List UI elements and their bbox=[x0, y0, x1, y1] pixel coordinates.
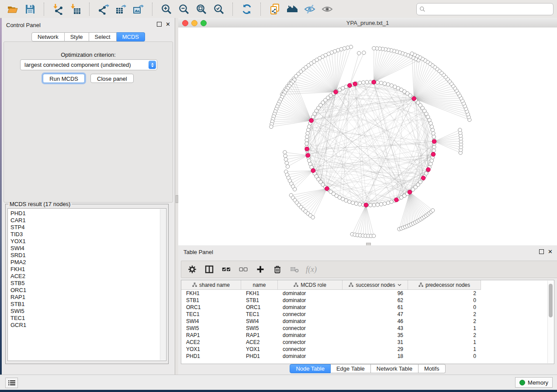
graph-hub-node[interactable] bbox=[325, 186, 329, 191]
show-graphics-details-icon[interactable] bbox=[318, 2, 336, 16]
graph-node[interactable] bbox=[293, 187, 297, 191]
close-panel-icon[interactable]: ✕ bbox=[548, 249, 553, 254]
table-row-ACE2[interactable]: ACE2ACE2connector311 bbox=[181, 339, 554, 346]
graph-hub-node[interactable] bbox=[394, 198, 399, 202]
memory-button[interactable]: Memory bbox=[515, 377, 553, 388]
graph-node[interactable] bbox=[431, 209, 434, 212]
mcds-result-item[interactable]: SWI5 bbox=[8, 308, 166, 315]
graph-node[interactable] bbox=[284, 154, 287, 158]
settings-icon[interactable] bbox=[185, 263, 199, 276]
graph-node[interactable] bbox=[306, 131, 309, 135]
graph-node[interactable] bbox=[308, 125, 311, 128]
graph-node[interactable] bbox=[270, 125, 273, 128]
graph-node[interactable] bbox=[284, 158, 287, 161]
table-row-STB1[interactable]: STB1STB1dominator620 bbox=[181, 297, 554, 304]
graph-node[interactable] bbox=[393, 85, 397, 89]
zoom-out-icon[interactable] bbox=[175, 2, 193, 16]
mcds-result-item[interactable]: STB5 bbox=[8, 280, 166, 287]
graph-node[interactable] bbox=[369, 203, 372, 207]
graph-node[interactable] bbox=[372, 46, 376, 50]
zoom-selected-icon[interactable] bbox=[210, 2, 228, 16]
home-icon[interactable] bbox=[284, 2, 301, 16]
graph-node[interactable] bbox=[362, 51, 366, 55]
graph-node[interactable] bbox=[432, 149, 436, 152]
refresh-icon[interactable] bbox=[238, 2, 256, 16]
graph-hub-node[interactable] bbox=[353, 82, 357, 86]
graph-node[interactable] bbox=[430, 159, 433, 162]
graph-node[interactable] bbox=[358, 81, 361, 85]
graph-hub-node[interactable] bbox=[309, 118, 314, 123]
graph-node[interactable] bbox=[307, 128, 310, 131]
graph-node[interactable] bbox=[305, 135, 309, 138]
graph-node[interactable] bbox=[354, 202, 358, 205]
graph-node[interactable] bbox=[376, 81, 379, 84]
tab-network-table[interactable]: Network Table bbox=[371, 364, 419, 373]
table-row-TEC1[interactable]: TEC1TEC1connector472 bbox=[181, 311, 554, 318]
task-history-button[interactable] bbox=[5, 378, 18, 388]
tab-edge-table[interactable]: Edge Table bbox=[331, 364, 371, 373]
graph-hub-node[interactable] bbox=[432, 139, 436, 144]
graph-hub-node[interactable] bbox=[412, 96, 416, 101]
float-window-icon[interactable] bbox=[539, 249, 544, 254]
graph-node[interactable] bbox=[286, 165, 289, 168]
graph-node[interactable] bbox=[432, 145, 436, 149]
graph-hub-node[interactable] bbox=[305, 147, 309, 151]
tab-select[interactable]: Select bbox=[89, 32, 117, 41]
export-table-icon[interactable] bbox=[112, 2, 130, 16]
graph-node[interactable] bbox=[432, 131, 435, 135]
optimization-select[interactable]: largest connected component (undirected) bbox=[20, 59, 157, 70]
deselect-all-icon[interactable] bbox=[236, 263, 250, 276]
scrollbar-thumb[interactable] bbox=[549, 284, 553, 317]
column-header-MCDS-role[interactable]: MCDS role bbox=[278, 280, 343, 289]
close-panel-button[interactable]: Close panel bbox=[90, 74, 134, 83]
export-image-icon[interactable] bbox=[130, 2, 147, 16]
graph-node[interactable] bbox=[349, 45, 353, 48]
column-header-predecessor-nodes[interactable]: predecessor nodes bbox=[408, 280, 481, 289]
table-row-FKH1[interactable]: FKH1FKH1dominator962 bbox=[181, 290, 554, 297]
graph-node[interactable] bbox=[383, 82, 386, 85]
import-network-icon[interactable] bbox=[49, 2, 67, 16]
graph-hub-node[interactable] bbox=[364, 203, 368, 207]
graph-node[interactable] bbox=[386, 201, 390, 204]
export-network-icon[interactable] bbox=[95, 2, 112, 16]
mcds-result-item[interactable]: YOX1 bbox=[8, 238, 166, 245]
graph-node[interactable] bbox=[379, 81, 383, 85]
search-input[interactable] bbox=[428, 6, 550, 13]
graph-node[interactable] bbox=[358, 203, 361, 206]
graph-node[interactable] bbox=[365, 80, 369, 84]
graph-hub-node[interactable] bbox=[334, 90, 338, 94]
mcds-result-item[interactable]: PHD1 bbox=[8, 210, 166, 217]
zoom-in-icon[interactable] bbox=[158, 2, 175, 16]
column-header-shared-name[interactable]: shared name bbox=[181, 280, 241, 289]
delete-column-icon[interactable] bbox=[270, 263, 284, 276]
graph-node[interactable] bbox=[383, 202, 386, 205]
graph-hub-node[interactable] bbox=[421, 176, 426, 180]
graph-node[interactable] bbox=[372, 203, 376, 207]
import-table-icon[interactable] bbox=[67, 2, 84, 16]
graph-node[interactable] bbox=[432, 135, 436, 138]
graph-node[interactable] bbox=[357, 52, 361, 55]
graph-node[interactable] bbox=[285, 161, 288, 165]
column-header-name[interactable]: name bbox=[241, 280, 278, 289]
mcds-result-item[interactable]: STB1 bbox=[8, 301, 166, 308]
table-row-SWI4[interactable]: SWI4SWI4dominator462 bbox=[181, 318, 554, 325]
graph-node[interactable] bbox=[362, 81, 365, 84]
graph-hub-node[interactable] bbox=[348, 83, 352, 88]
tab-style[interactable]: Style bbox=[65, 32, 89, 41]
network-canvas[interactable] bbox=[178, 28, 557, 244]
mcds-result-item[interactable]: PMA2 bbox=[8, 259, 166, 266]
graph-hub-node[interactable] bbox=[426, 168, 431, 172]
graph-node[interactable] bbox=[386, 83, 390, 86]
graph-node[interactable] bbox=[390, 200, 393, 203]
graph-hub-node[interactable] bbox=[372, 80, 376, 84]
mcds-result-item[interactable]: TEC1 bbox=[8, 315, 166, 322]
graph-node[interactable] bbox=[305, 138, 308, 142]
table-row-PHD1[interactable]: PHD1PHD1dominator180 bbox=[181, 353, 554, 360]
close-panel-icon[interactable]: ✕ bbox=[166, 22, 170, 27]
tab-network[interactable]: Network bbox=[31, 32, 65, 41]
mcds-result-item[interactable]: FKH1 bbox=[8, 266, 166, 273]
table-row-RAP1[interactable]: RAP1RAP1dominator352 bbox=[181, 332, 554, 339]
table-row-ORC1[interactable]: ORC1ORC1dominator610 bbox=[181, 304, 554, 311]
mcds-result-item[interactable]: ORC1 bbox=[8, 287, 166, 294]
graph-node[interactable] bbox=[458, 128, 462, 132]
